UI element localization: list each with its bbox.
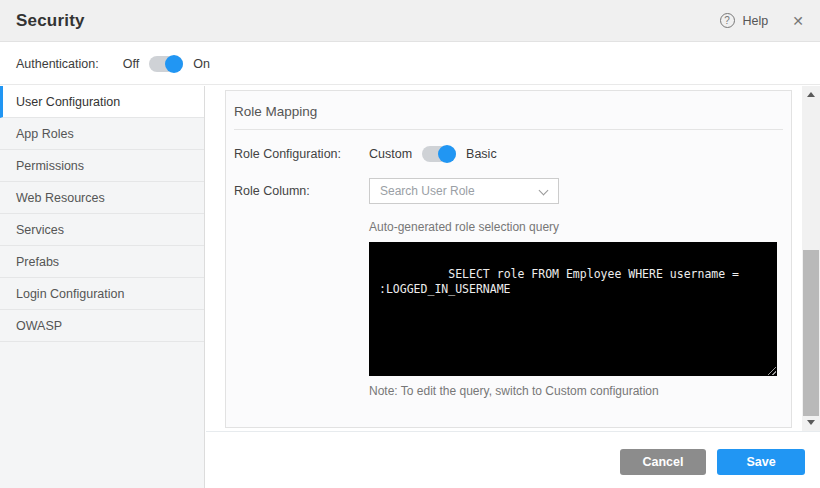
sidebar-item-label: User Configuration (16, 95, 120, 109)
authentication-toggle-group: Off On (123, 56, 210, 72)
sidebar-item-prefabs[interactable]: Prefabs (0, 246, 204, 278)
close-icon[interactable]: ✕ (792, 14, 804, 28)
role-column-label: Role Column: (234, 184, 369, 198)
sidebar-item-label: Web Resources (16, 191, 105, 205)
sidebar-item-label: Services (16, 223, 64, 237)
sidebar-item-owasp[interactable]: OWASP (0, 310, 204, 342)
sidebar-item-label: Login Configuration (16, 287, 124, 301)
save-button[interactable]: Save (717, 449, 805, 475)
sidebar-item-services[interactable]: Services (0, 214, 204, 246)
dialog-header: Security ? Help ✕ (0, 0, 820, 42)
query-note: Note: To edit the query, switch to Custo… (369, 384, 777, 398)
query-textarea[interactable]: SELECT role FROM Employee WHERE username… (369, 242, 777, 376)
cancel-button[interactable]: Cancel (620, 449, 706, 475)
role-column-dropdown[interactable]: Search User Role (369, 178, 559, 204)
footer-actions: Cancel Save (206, 432, 820, 488)
role-configuration-label: Role Configuration: (234, 147, 369, 161)
sidebar-item-web-resources[interactable]: Web Resources (0, 182, 204, 214)
role-column-placeholder: Search User Role (380, 184, 475, 198)
sidebar-item-permissions[interactable]: Permissions (0, 150, 204, 182)
authentication-label: Authentication: (16, 57, 99, 71)
role-configuration-row: Role Configuration: Custom Basic (226, 146, 791, 162)
authentication-off-label: Off (123, 57, 139, 71)
basic-label: Basic (466, 147, 497, 161)
query-column: Auto-generated role selection query SELE… (369, 220, 777, 398)
query-text: SELECT role FROM Employee WHERE username… (379, 267, 746, 296)
header-actions: ? Help ✕ (720, 13, 804, 28)
role-mapping-panel: Role Mapping Role Configuration: Custom … (225, 90, 792, 428)
authentication-toggle-knob (165, 55, 183, 73)
sidebar-item-label: OWASP (16, 319, 62, 333)
scroll-up-icon[interactable] (807, 92, 815, 97)
scroll-down-icon[interactable] (807, 420, 815, 425)
sidebar-item-label: App Roles (16, 127, 74, 141)
sidebar-item-user-configuration[interactable]: User Configuration (0, 86, 204, 118)
role-configuration-toggle-knob (438, 145, 456, 163)
chevron-down-icon (539, 186, 549, 196)
resize-handle[interactable] (766, 365, 776, 375)
title-divider (234, 129, 783, 130)
sidebar-item-label: Permissions (16, 159, 84, 173)
authentication-bar: Authentication: Off On (0, 43, 820, 85)
authentication-on-label: On (193, 57, 210, 71)
sidebar-item-label: Prefabs (16, 255, 59, 269)
query-label: Auto-generated role selection query (369, 220, 777, 234)
role-mapping-title: Role Mapping (234, 104, 783, 119)
role-configuration-toggle[interactable] (422, 146, 456, 162)
vertical-scrollbar[interactable] (802, 86, 820, 431)
role-configuration-toggle-group: Custom Basic (369, 146, 497, 162)
help-icon[interactable]: ? (720, 13, 735, 28)
scrollbar-thumb[interactable] (803, 250, 819, 416)
query-row: Auto-generated role selection query SELE… (226, 220, 791, 398)
role-column-row: Role Column: Search User Role (226, 178, 791, 204)
authentication-toggle[interactable] (149, 56, 183, 72)
help-link[interactable]: Help (743, 14, 769, 28)
page-title: Security (16, 11, 85, 31)
sidebar-item-login-configuration[interactable]: Login Configuration (0, 278, 204, 310)
sidebar: User Configuration App Roles Permissions… (0, 86, 205, 488)
sidebar-item-app-roles[interactable]: App Roles (0, 118, 204, 150)
custom-label: Custom (369, 147, 412, 161)
main-content: Role Mapping Role Configuration: Custom … (206, 86, 820, 488)
